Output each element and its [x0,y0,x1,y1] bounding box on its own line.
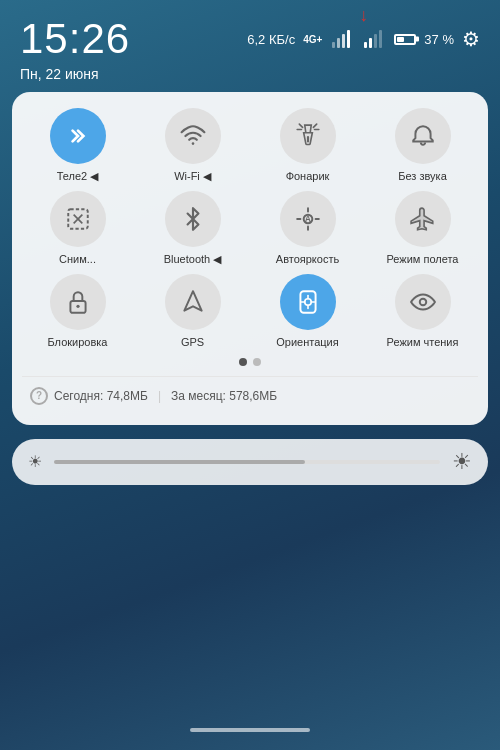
reading-circle [395,274,451,330]
toggle-autobrightness[interactable]: A Автояркость [252,191,363,266]
tele2-label: Теле2 ◀ [57,170,99,183]
tele2-icon [65,123,91,149]
svg-text:A: A [304,214,311,224]
brightness-low-icon: ☀ [28,452,42,471]
toggle-lock[interactable]: Блокировка [22,274,133,349]
toggle-screenshot[interactable]: Сним... [22,191,133,266]
brightness-fill [54,460,305,464]
svg-rect-4 [364,42,367,48]
svg-rect-3 [347,30,350,48]
wifi-label: Wi-Fi ◀ [174,170,211,183]
svg-point-26 [304,299,311,306]
svg-rect-7 [379,30,382,48]
gps-icon [180,289,206,315]
toggle-airplane[interactable]: Режим полета [367,191,478,266]
orientation-icon [295,289,321,315]
svg-rect-2 [342,34,345,48]
toggle-gps[interactable]: GPS [137,274,248,349]
svg-point-31 [419,299,426,306]
wifi-circle [165,108,221,164]
wifi-icon [180,123,206,149]
toggle-wifi[interactable]: Wi-Fi ◀ [137,108,248,183]
toggle-tele2[interactable]: Теле2 ◀ [22,108,133,183]
date-label: Пн, 22 июня [20,66,99,82]
bluetooth-icon [180,206,206,232]
flashlight-label: Фонарик [286,170,330,183]
status-right: ↓ 6,2 КБ/с 4G+ 37 % ⚙ [247,27,480,51]
svg-rect-1 [337,38,340,48]
silent-circle [395,108,451,164]
airplane-icon [410,206,436,232]
silent-label: Без звука [398,170,447,183]
bell-icon [410,123,436,149]
reading-label: Режим чтения [387,336,459,349]
flashlight-circle [280,108,336,164]
svg-rect-0 [332,42,335,48]
eye-icon [410,289,436,315]
lock-circle [50,274,106,330]
lock-label: Блокировка [48,336,108,349]
toggle-grid: Теле2 ◀ Wi-Fi ◀ [22,108,478,350]
data-usage-icon: ? [30,387,48,405]
home-bar[interactable] [190,728,310,732]
data-usage: ? Сегодня: 74,8МБ | За месяц: 578,6МБ [22,376,478,411]
clock: 15:26 [20,18,130,60]
signal2-icon [362,27,386,51]
svg-point-8 [191,142,194,145]
download-arrow-icon: ↓ [359,5,368,26]
quick-panel: Теле2 ◀ Wi-Fi ◀ [12,92,488,425]
svg-line-10 [299,124,302,127]
signal-icon [330,27,354,51]
autobrightness-circle: A [280,191,336,247]
toggle-reading[interactable]: Режим чтения [367,274,478,349]
bluetooth-label: Bluetooth ◀ [164,253,222,266]
toggle-silent[interactable]: Без звука [367,108,478,183]
airplane-circle [395,191,451,247]
svg-rect-5 [369,38,372,48]
lock-icon [65,289,91,315]
pagination-dot-1 [239,358,247,366]
auto-brightness-icon: A [295,206,321,232]
svg-point-24 [76,305,79,308]
orientation-label: Ориентация [276,336,338,349]
lte-badge: 4G+ [303,34,322,45]
flashlight-icon [295,123,321,149]
date-row: Пн, 22 июня [0,66,500,92]
usage-divider: | [158,389,161,403]
gps-label: GPS [181,336,204,349]
toggle-orientation[interactable]: Ориентация [252,274,363,349]
toggle-flashlight[interactable]: Фонарик [252,108,363,183]
svg-rect-6 [374,34,377,48]
bluetooth-circle [165,191,221,247]
screenshot-icon [65,206,91,232]
orientation-circle [280,274,336,330]
brightness-bar[interactable]: ☀ ☀ [12,439,488,485]
screenshot-label: Сним... [59,253,96,266]
svg-line-11 [313,124,316,127]
today-usage: Сегодня: 74,8МБ [54,389,148,403]
pagination-dot-2 [253,358,261,366]
settings-icon[interactable]: ⚙ [462,27,480,51]
battery-icon [394,34,416,45]
screenshot-circle [50,191,106,247]
brightness-slider[interactable] [54,460,440,464]
battery-percent: 37 % [424,32,454,47]
status-bar: 15:26 ↓ 6,2 КБ/с 4G+ 37 % ⚙ [0,0,500,66]
gps-circle [165,274,221,330]
tele2-circle [50,108,106,164]
brightness-high-icon: ☀ [452,449,472,475]
month-usage: За месяц: 578,6МБ [171,389,277,403]
autobrightness-label: Автояркость [276,253,339,266]
pagination [22,358,478,366]
data-speed: 6,2 КБ/с [247,32,295,47]
airplane-label: Режим полета [386,253,458,266]
toggle-bluetooth[interactable]: Bluetooth ◀ [137,191,248,266]
